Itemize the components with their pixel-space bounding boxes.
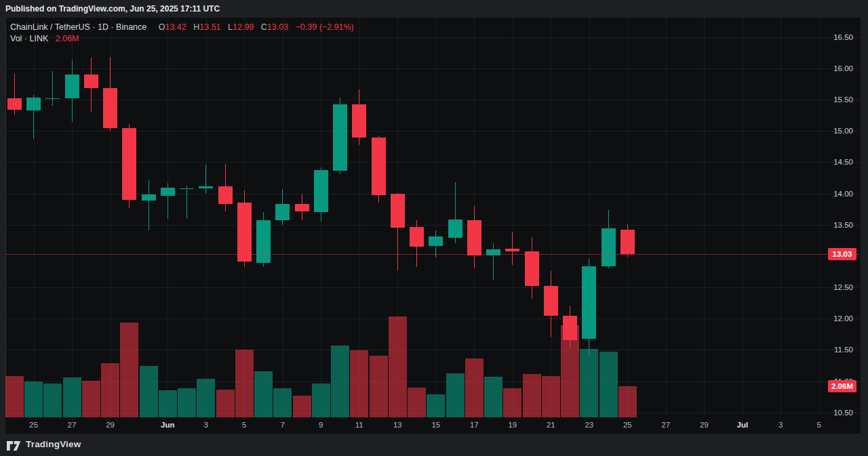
time-gridline (781, 18, 781, 416)
low-label: L (228, 22, 233, 32)
tradingview-logo-icon[interactable] (7, 440, 22, 451)
candle-jun-16 (448, 220, 462, 238)
time-tick-7: 7 (269, 420, 296, 430)
time-gridline (111, 18, 111, 416)
price-tick-12.00: 12.00 (806, 314, 853, 323)
volume-bar-jun-12 (370, 356, 388, 417)
volume-bar-jun-11 (350, 350, 368, 417)
last-price-line (6, 254, 860, 255)
plot-left-border (5, 18, 6, 416)
price-tick-10.50: 10.50 (806, 408, 853, 417)
chart-widget[interactable]: ChainLink / TetherUS · 1D · Binance O13.… (5, 18, 861, 434)
candle-jun-1 (161, 188, 175, 196)
candle-jun-5 (237, 203, 252, 262)
candle-jun-11 (352, 104, 366, 138)
candle-may-25 (26, 98, 41, 110)
price-gridline (6, 225, 860, 226)
time-tick-3: 3 (193, 420, 220, 430)
time-tick-5: 5 (231, 420, 258, 430)
candle-jun-14 (410, 227, 424, 247)
price-gridline (6, 318, 860, 319)
candle-jun-3-wick (205, 165, 206, 193)
time-gridline (666, 18, 667, 416)
volume-bar-jun-21 (542, 376, 560, 417)
price-tick-14.50: 14.50 (806, 157, 853, 167)
tradingview-brand-text[interactable]: TradingView (26, 439, 81, 449)
price-tick-12.50: 12.50 (806, 283, 853, 292)
candle-jun-21 (544, 286, 558, 315)
candle-may-26 (45, 98, 60, 99)
legend-symbol-row: ChainLink / TetherUS · 1D · Binance O13.… (10, 22, 354, 32)
time-tick-27: 27 (652, 420, 679, 430)
candle-may-24 (7, 98, 22, 110)
candle-may-28 (84, 75, 98, 87)
volume-bar-may-28 (82, 381, 100, 417)
change-value: −0.39 (−2.91%) (296, 22, 354, 32)
candle-may-29 (103, 88, 117, 128)
candle-jun-10 (333, 104, 347, 171)
close-value: 13.03 (267, 22, 288, 32)
candle-jun-24 (601, 228, 616, 266)
price-gridline (6, 68, 860, 69)
candle-jun-19 (505, 249, 519, 252)
candle-jun-25 (620, 230, 635, 254)
volume-bar-jun-4 (216, 390, 235, 417)
candle-jun-23 (582, 266, 596, 339)
candle-jun-15 (429, 236, 443, 246)
candle-jun-6 (256, 220, 271, 263)
volume-bar-may-24 (5, 376, 24, 417)
volume-bar-jun-1 (159, 390, 177, 417)
footer-bar: TradingView (0, 434, 868, 456)
candle-may-27 (65, 75, 79, 98)
volume-bar-jun-8 (293, 396, 311, 417)
time-tick-17: 17 (460, 420, 488, 430)
symbol-title[interactable]: ChainLink / TetherUS · 1D · Binance (10, 22, 146, 32)
candle-jun-22 (563, 316, 577, 340)
time-gridline (627, 18, 628, 416)
volume-row-label[interactable]: Vol · LINK (10, 34, 48, 43)
time-tick-29: 29 (690, 420, 717, 430)
volume-bar-may-27 (63, 377, 81, 417)
volume-bar-jun-9 (312, 384, 330, 417)
volume-bar-jun-25 (618, 386, 637, 417)
volume-bar-jun-18 (484, 377, 502, 417)
price-tick-15.00: 15.00 (806, 126, 853, 136)
time-gridline (743, 18, 743, 416)
candle-may-30 (122, 128, 136, 200)
volume-row-value: 2.06M (56, 34, 79, 43)
candle-jun-13 (391, 194, 405, 228)
time-tick-13: 13 (384, 420, 411, 430)
volume-bar-jun-6 (254, 371, 273, 417)
candle-may-31-wick (149, 180, 149, 230)
low-value: 12.99 (233, 22, 254, 32)
price-tick-11.50: 11.50 (806, 345, 853, 354)
volume-label: 2.06M (828, 380, 856, 392)
volume-bar-jun-17 (465, 358, 484, 417)
time-gridline (513, 18, 513, 416)
time-tick-25: 25 (614, 420, 641, 430)
volume-bar-jun-15 (427, 394, 445, 417)
price-tick-16.00: 16.00 (806, 64, 853, 73)
volume-bar-jun-7 (273, 388, 292, 417)
candle-may-26-wick (52, 71, 53, 106)
volume-bar-jun-13 (389, 316, 407, 417)
time-tick-25: 25 (20, 420, 47, 430)
volume-bar-may-30 (120, 323, 138, 417)
candle-jun-12 (372, 138, 386, 196)
volume-bar-jun-23 (580, 349, 598, 417)
volume-bar-jun-14 (408, 388, 426, 417)
volume-bar-may-25 (24, 381, 43, 417)
time-tick-jun: Jun (154, 420, 181, 430)
time-gridline (551, 18, 551, 416)
volume-bar-may-29 (101, 363, 119, 417)
time-tick-3: 3 (767, 420, 794, 430)
candle-jun-7 (275, 204, 290, 220)
high-value: 13.51 (199, 22, 220, 32)
candle-jun-20 (525, 251, 539, 287)
candle-jun-17 (467, 220, 481, 255)
time-tick-23: 23 (576, 420, 603, 430)
published-bar: Published on TradingView.com, Jun 25, 20… (0, 0, 868, 18)
high-label: H (193, 22, 199, 32)
legend-volume-row: Vol · LINK 2.06M (10, 34, 354, 43)
volume-bar-jun-3 (197, 379, 215, 417)
